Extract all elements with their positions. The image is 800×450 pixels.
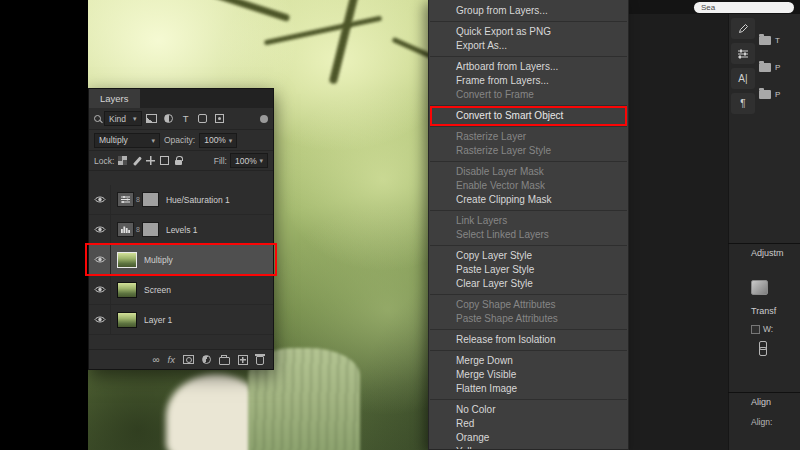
visibility-eye-icon[interactable] [89, 215, 111, 244]
add-mask-icon[interactable] [183, 355, 194, 364]
layer-thumbnail[interactable] [117, 252, 137, 268]
lock-pixels-icon[interactable] [131, 155, 142, 166]
menu-separator [430, 161, 627, 162]
align-panel-label[interactable]: Align [751, 397, 771, 407]
menu-item-paste-shape-attributes: Paste Shape Attributes [429, 312, 628, 326]
character-panel-icon[interactable]: A| [731, 68, 755, 89]
layer-row-hue-saturation-1[interactable]: 8Hue/Saturation 1 [89, 185, 273, 215]
menu-item-merge-down[interactable]: Merge Down [429, 354, 628, 368]
folder-icon [759, 36, 771, 45]
shape-glyph [198, 114, 207, 123]
blend-mode-value: Multiply [99, 135, 128, 145]
layer-row-screen[interactable]: Screen [89, 275, 273, 305]
new-group-icon[interactable] [219, 357, 230, 365]
photo-branch-shape [329, 0, 360, 85]
fill-dropdown[interactable]: 100% ▾ [230, 153, 268, 168]
visibility-eye-icon[interactable] [89, 275, 111, 304]
adjustment-filter-icon[interactable] [162, 111, 176, 126]
menu-item-group-from-layers[interactable]: Group from Layers... [429, 4, 628, 18]
layer-style-icon[interactable]: fx [168, 354, 175, 365]
right-dock: Sea A| ¶ TPP Adjustm Transf W: Align Ali… [628, 0, 800, 450]
smart-object-filter-icon[interactable] [213, 111, 227, 126]
new-adjustment-layer-icon[interactable] [202, 355, 211, 364]
panel-divider [728, 243, 800, 244]
folder-item[interactable]: T [759, 34, 799, 47]
blend-mode-dropdown[interactable]: Multiply ▾ [94, 133, 160, 148]
menu-item-convert-to-smart-object[interactable]: Convert to Smart Object [429, 109, 628, 123]
menu-item-frame-from-layers[interactable]: Frame from Layers... [429, 74, 628, 88]
sliders-icon[interactable] [731, 43, 755, 64]
layer-row-levels-1[interactable]: 8Levels 1 [89, 215, 273, 245]
kind-label: Kind [109, 114, 126, 124]
filter-toggle-icon[interactable] [260, 115, 268, 123]
folder-item[interactable]: P [759, 61, 799, 74]
folder-label: T [775, 36, 780, 45]
shape-filter-icon[interactable] [196, 111, 210, 126]
menu-item-clear-layer-style[interactable]: Clear Layer Style [429, 277, 628, 291]
visibility-eye-icon[interactable] [89, 185, 111, 214]
menu-separator [430, 294, 627, 295]
lock-all-icon[interactable] [173, 155, 184, 166]
menu-item-release-from-isolation[interactable]: Release from Isolation [429, 333, 628, 347]
layer-name: Levels 1 [166, 225, 198, 235]
menu-item-paste-layer-style[interactable]: Paste Layer Style [429, 263, 628, 277]
kind-filter-dropdown[interactable]: Kind ▾ [104, 111, 142, 126]
adjustment-layer-icon[interactable] [117, 222, 134, 237]
paragraph-panel-icon[interactable]: ¶ [731, 93, 755, 114]
menu-item-copy-shape-attributes: Copy Shape Attributes [429, 298, 628, 312]
visibility-eye-icon[interactable] [89, 245, 111, 274]
layer-thumbnail[interactable] [117, 282, 137, 298]
visibility-eye-icon[interactable] [89, 305, 111, 334]
type-filter-icon[interactable]: T [179, 111, 193, 126]
menu-item-copy-layer-style[interactable]: Copy Layer Style [429, 249, 628, 263]
adjustments-panel-label[interactable]: Adjustm [751, 248, 784, 258]
smart-object-glyph [215, 114, 224, 123]
adjustment-layer-icon[interactable] [117, 192, 134, 207]
blend-options-row: Multiply ▾ Opacity: 100% ▾ [89, 130, 273, 151]
layer-mask-thumbnail[interactable] [142, 192, 159, 207]
checker-glyph [118, 156, 127, 165]
folder-item[interactable]: P [759, 88, 799, 101]
menu-separator [430, 210, 627, 211]
lock-label: Lock: [94, 156, 114, 166]
menu-item-red[interactable]: Red [429, 417, 628, 431]
folder-list: TPP [759, 34, 799, 101]
layer-row-multiply[interactable]: Multiply [89, 245, 273, 275]
delete-layer-icon[interactable] [256, 356, 264, 365]
menu-item-merge-visible[interactable]: Merge Visible [429, 368, 628, 382]
layer-thumbnail[interactable] [117, 312, 137, 328]
panel-divider [728, 392, 800, 393]
lock-transparency-icon[interactable] [117, 155, 128, 166]
new-layer-icon[interactable] [238, 355, 248, 365]
lock-position-icon[interactable] [145, 155, 156, 166]
width-field[interactable]: W: [751, 324, 773, 334]
pen-icon[interactable] [731, 18, 755, 39]
menu-item-export-as[interactable]: Export As... [429, 39, 628, 53]
opacity-dropdown[interactable]: 100% ▾ [199, 133, 237, 148]
photoshop-workspace: Layers Kind ▾ T Multiply ▾ Opacity: 100%… [0, 0, 800, 450]
link-layers-icon[interactable]: ∞ [152, 355, 159, 365]
menu-item-rasterize-layer: Rasterize Layer [429, 130, 628, 144]
menu-item-orange[interactable]: Orange [429, 431, 628, 445]
menu-item-disable-layer-mask: Disable Layer Mask [429, 165, 628, 179]
menu-item-yellow[interactable]: Yellow [429, 445, 628, 450]
link-dimensions-icon[interactable] [759, 341, 767, 356]
panel-icon-strip: A| ¶ [731, 18, 755, 114]
panel-tabbar: Layers [89, 89, 273, 108]
menu-item-flatten-image[interactable]: Flatten Image [429, 382, 628, 396]
layer-filter-row: Kind ▾ T [89, 108, 273, 130]
adjustment-preset-tile[interactable] [751, 280, 768, 295]
tab-layers[interactable]: Layers [89, 89, 140, 108]
image-filter-icon[interactable] [145, 111, 159, 126]
search-input[interactable]: Sea [694, 2, 794, 13]
lock-options-row: Lock: Fill: 100% ▾ [89, 151, 273, 171]
lock-artboard-icon[interactable] [159, 155, 170, 166]
menu-item-no-color[interactable]: No Color [429, 403, 628, 417]
menu-item-quick-export-as-png[interactable]: Quick Export as PNG [429, 25, 628, 39]
layer-name: Hue/Saturation 1 [166, 195, 230, 205]
layer-name: Multiply [144, 255, 173, 265]
menu-item-artboard-from-layers[interactable]: Artboard from Layers... [429, 60, 628, 74]
layer-row-layer-1[interactable]: Layer 1 [89, 305, 273, 335]
menu-item-create-clipping-mask[interactable]: Create Clipping Mask [429, 193, 628, 207]
layer-mask-thumbnail[interactable] [142, 222, 159, 237]
